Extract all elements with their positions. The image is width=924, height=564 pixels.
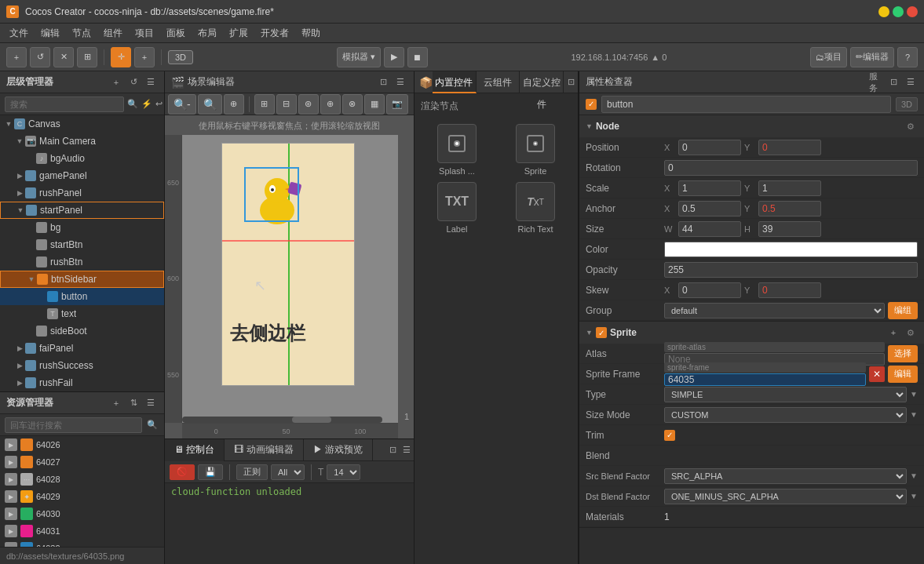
hierarchy-filter-btn[interactable]: ⚡ [141,97,152,111]
tree-node-bg[interactable]: bg [0,219,164,236]
console-clear-btn[interactable]: 🚫 [170,464,195,480]
tree-node-main-camera[interactable]: ▼ 📷 Main Camera [0,133,164,150]
sprite-frame-edit-btn[interactable]: 编辑 [888,366,918,383]
tree-node-gamepanel[interactable]: ▶ gamePanel [0,167,164,184]
node-active-checkbox[interactable] [586,99,597,110]
inspector-service-tab[interactable]: 服务 [869,75,883,89]
inspector-menu-btn[interactable]: ☰ [904,75,918,89]
skew-x-input[interactable] [678,282,741,298]
size-h-input[interactable] [758,221,821,237]
menu-item-面板[interactable]: 面板 [160,25,192,42]
sprite-add-btn[interactable]: + [886,326,900,340]
dst-blend-dropdown-icon[interactable]: ▼ [910,492,918,500]
move-btn[interactable]: ✛ [111,47,131,67]
console-menu-btn[interactable]: ☰ [400,443,414,457]
size-mode-dropdown-icon[interactable]: ▼ [910,410,918,419]
scene-menu-btn[interactable]: ☰ [393,75,407,89]
hierarchy-refresh-btn[interactable]: ↺ [126,75,141,89]
scale-x-input[interactable] [678,180,741,196]
menu-item-组件[interactable]: 组件 [97,25,129,42]
sprite-frame-clear-btn[interactable]: ✕ [869,366,885,382]
group-select[interactable]: default [664,303,885,318]
tree-node-text[interactable]: T text [0,305,164,322]
search-icon[interactable]: 🔍 [127,97,138,111]
comp-item-label[interactable]: TXT Label [421,182,493,234]
comp-item-splash[interactable]: Splash ... [421,124,493,176]
anchor-x-input[interactable] [678,201,741,217]
atlas-select-btn[interactable]: 选择 [888,345,918,362]
menu-item-文件[interactable]: 文件 [3,25,35,42]
tree-node-rushsuccess[interactable]: ▶ rushSuccess [0,357,164,374]
group-btn[interactable]: 编组 [888,302,918,319]
add-node-btn[interactable]: + [6,47,27,67]
play-btn[interactable]: ▶ [384,47,404,67]
asset-item-64032[interactable]: ▶ 64032 [0,540,164,547]
tree-node-canvas[interactable]: ▼ C Canvas [0,115,164,133]
tree-node-rushfail[interactable]: ▶ rushFail [0,374,164,391]
hierarchy-menu-btn[interactable]: ☰ [144,75,158,89]
assets-menu-btn[interactable]: ☰ [144,396,158,410]
console-save-btn[interactable]: 💾 [198,464,223,480]
node-3d-btn[interactable]: 3D [896,97,918,111]
rotation-input[interactable] [664,160,918,176]
opacity-input[interactable] [664,262,918,278]
project-btn[interactable]: 🗂 项目 [810,47,847,67]
scene-content[interactable]: 使用鼠标右键平移视窗焦点；使用滚轮缩放视图 650 600 550 0 50 1… [165,115,414,438]
3d-btn[interactable]: 3D [168,50,193,64]
editor-btn[interactable]: ✏ 编辑器 [850,47,894,67]
close-scene-btn[interactable]: ✕ [53,47,74,67]
type-select[interactable]: SIMPLE [664,387,907,402]
help-btn[interactable]: ? [897,47,918,67]
console-all-filter[interactable]: All [271,464,305,480]
comp-tab-cloud[interactable]: 云组件 [477,71,520,93]
dst-blend-select[interactable]: ONE_MINUS_SRC_ALPHA [664,489,907,504]
zoom-reset-btn[interactable]: 🔍 [198,94,222,115]
color-picker[interactable] [664,242,918,257]
local-btn[interactable]: ⊗ [342,94,363,115]
maximize-btn[interactable] [893,6,904,17]
tree-node-rushpanel[interactable]: ▶ rushPanel [0,184,164,202]
asset-item-64029[interactable]: ▶ ✦ 64029 [0,488,164,505]
console-tab-console[interactable]: 🖥 控制台 [165,439,225,461]
console-tab-animation[interactable]: 🎞 动画编辑器 [225,439,303,461]
menu-item-编辑[interactable]: 编辑 [35,25,66,42]
comp-tab-custom[interactable]: 自定义控件 [520,71,564,93]
tree-node-faipanel[interactable]: ▶ faiPanel [0,340,164,357]
hierarchy-add-btn[interactable]: + [109,75,123,89]
add-btn2[interactable]: + [134,47,155,67]
tree-node-rushbtn[interactable]: rushBtn [0,253,164,271]
tree-node-btnsidebar[interactable]: ▼ btnSidebar [0,271,164,288]
assets-search-input[interactable] [5,417,142,433]
menu-item-扩展[interactable]: 扩展 [223,25,254,42]
asset-item-64026[interactable]: ▶ 64026 [0,436,164,453]
console-regex-btn[interactable]: 正则 [236,464,268,480]
stop-btn[interactable]: ⏹ [407,47,428,67]
align-btn[interactable]: ⊟ [276,94,297,115]
asset-item-64027[interactable]: ▶ 64027 [0,453,164,471]
tree-node-sideboot[interactable]: sideBoot [0,322,164,340]
snap-btn[interactable]: ⊞ [77,47,97,67]
menu-item-开发者[interactable]: 开发者 [254,25,295,42]
simulate-btn[interactable]: 模拟器 ▾ [337,47,381,67]
scene-layout-btn[interactable]: ⊡ [376,75,390,89]
console-level-select[interactable]: 14 [327,464,360,480]
scrollbar-thumb-h[interactable] [292,417,331,423]
hierarchy-collapse-btn[interactable]: ↩ [155,97,163,111]
node-section-header[interactable]: ▼ Node ⚙ [579,115,924,137]
anchor-y-input[interactable] [758,201,821,217]
trim-checkbox[interactable] [664,430,675,441]
size-w-input[interactable] [678,221,741,237]
hierarchy-search-input[interactable] [5,96,124,112]
minimize-btn[interactable] [878,6,889,17]
close-btn[interactable] [907,6,918,17]
sprite-settings-btn[interactable]: ⚙ [904,326,918,340]
src-blend-dropdown-icon[interactable]: ▼ [910,471,918,480]
type-dropdown-icon[interactable]: ▼ [910,390,918,398]
sprite-active-checkbox[interactable] [596,327,607,338]
src-blend-select[interactable]: SRC_ALPHA [664,468,907,484]
camera-btn[interactable]: 📷 [386,94,408,115]
comp-item-richtext[interactable]: TxT Rich Text [499,182,572,234]
assets-sort-btn[interactable]: ⇅ [126,396,141,410]
scrollbar-h[interactable] [182,417,382,423]
tree-node-button[interactable]: button [0,288,164,305]
